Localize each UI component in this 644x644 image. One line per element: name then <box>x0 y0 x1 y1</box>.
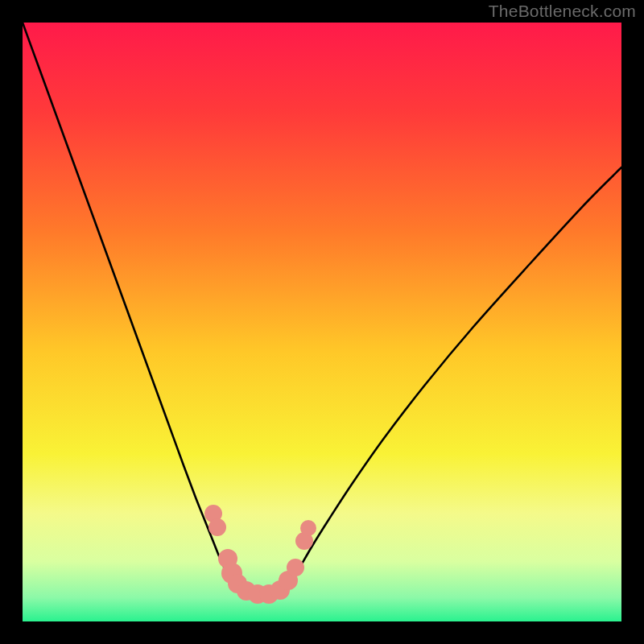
chart-frame <box>0 0 644 644</box>
watermark-text: TheBottleneck.com <box>489 2 636 21</box>
